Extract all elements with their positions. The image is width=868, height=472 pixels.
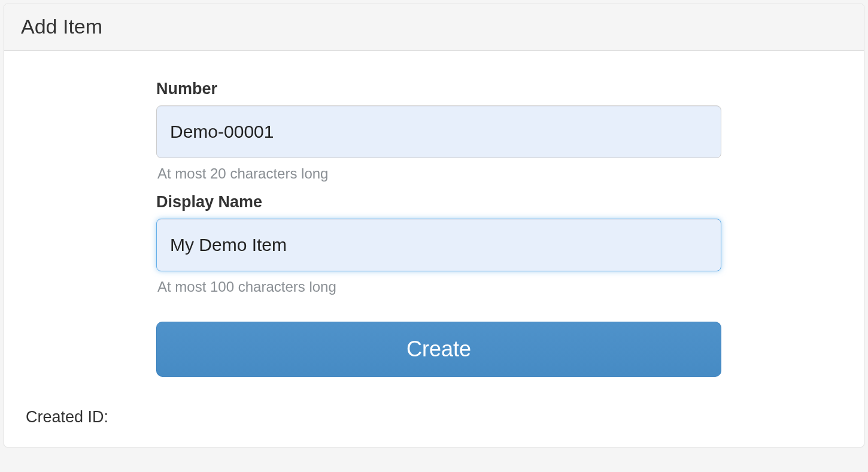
number-help: At most 20 characters long xyxy=(157,165,721,182)
number-input[interactable] xyxy=(156,105,721,158)
display-name-group: Display Name At most 100 characters long xyxy=(156,193,721,295)
create-button[interactable]: Create xyxy=(156,322,721,377)
number-group: Number At most 20 characters long xyxy=(156,80,721,182)
created-id-label: Created ID: xyxy=(26,408,108,426)
display-name-help: At most 100 characters long xyxy=(157,279,721,295)
display-name-input[interactable] xyxy=(156,219,721,271)
add-item-form: Number At most 20 characters long Displa… xyxy=(26,80,842,426)
display-name-label: Display Name xyxy=(156,193,721,211)
panel-heading: Add Item xyxy=(4,4,864,51)
panel-body: Number At most 20 characters long Displa… xyxy=(4,51,864,447)
number-label: Number xyxy=(156,80,721,98)
add-item-panel: Add Item Number At most 20 characters lo… xyxy=(4,4,864,447)
panel-title: Add Item xyxy=(21,15,847,38)
created-id-line: Created ID: xyxy=(26,408,842,426)
